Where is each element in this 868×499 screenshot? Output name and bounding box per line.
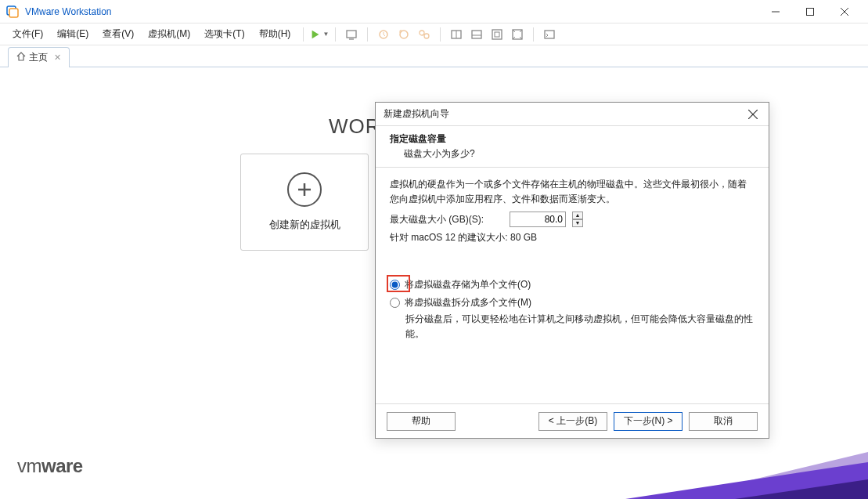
disk-size-input[interactable] (510, 212, 566, 227)
create-vm-tile[interactable]: 创建新的虚拟机 (240, 154, 369, 251)
menubar: 文件(F) 编辑(E) 查看(V) 虚拟机(M) 选项卡(T) 帮助(H) ▼ (0, 24, 868, 45)
menu-file[interactable]: 文件(F) (6, 25, 49, 43)
view-thumb-icon[interactable] (467, 25, 486, 44)
intro-text: 虚拟机的硬盘作为一个或多个文件存储在主机的物理磁盘中。这些文件最初很小，随着您向… (390, 177, 755, 207)
new-vm-wizard-dialog: 新建虚拟机向导 指定磁盘容量 磁盘大小为多少? 虚拟机的硬盘作为一个或多个文件存… (375, 102, 769, 439)
tab-label: 主页 (29, 51, 48, 64)
tile-label: 创建新的虚拟机 (269, 218, 340, 232)
size-label: 最大磁盘大小 (GB)(S): (390, 212, 503, 227)
dialog-title: 新建虚拟机向导 (384, 107, 449, 121)
close-button[interactable] (827, 1, 862, 23)
fullscreen-icon[interactable] (488, 25, 506, 44)
separator (440, 27, 441, 42)
dialog-close-button[interactable] (745, 107, 761, 122)
vmware-logo: vmware (17, 455, 83, 477)
radio-split-label: 将虚拟磁盘拆分成多个文件(M) (405, 295, 531, 310)
cancel-button[interactable]: 取消 (689, 412, 758, 431)
next-button[interactable]: 下一步(N) > (614, 412, 683, 431)
window-title: VMware Workstation (25, 6, 758, 17)
svg-point-14 (424, 34, 429, 38)
minimize-button[interactable] (758, 1, 793, 23)
plus-icon (287, 172, 322, 207)
menu-vm[interactable]: 虚拟机(M) (142, 25, 196, 43)
snapshot-manage-icon[interactable] (415, 25, 434, 44)
power-on-dropdown[interactable]: ▼ (310, 25, 329, 44)
size-spinner[interactable]: ▲▼ (572, 212, 583, 227)
titlebar: VMware Workstation (0, 0, 868, 24)
back-button[interactable]: < 上一步(B) (538, 412, 607, 431)
snapshot-revert-icon[interactable] (394, 25, 413, 44)
tab-close-icon[interactable]: ✕ (54, 52, 61, 63)
svg-rect-1 (9, 9, 18, 17)
tabbar: 主页 ✕ (0, 45, 868, 67)
dialog-titlebar: 新建虚拟机向导 (376, 103, 769, 126)
menu-view[interactable]: 查看(V) (96, 25, 140, 43)
svg-rect-20 (495, 32, 499, 37)
menu-edit[interactable]: 编辑(E) (51, 25, 95, 43)
menu-help[interactable]: 帮助(H) (253, 25, 297, 43)
svg-rect-17 (472, 31, 481, 38)
help-button[interactable]: 帮助 (387, 412, 456, 431)
decorative-corner (625, 448, 868, 499)
dialog-header-title: 指定磁盘容量 (390, 132, 755, 146)
svg-rect-7 (347, 31, 356, 38)
dialog-body: 虚拟机的硬盘作为一个或多个文件存储在主机的物理磁盘中。这些文件最初很小，随着您向… (376, 168, 769, 403)
snapshot-take-icon[interactable] (374, 25, 393, 44)
dialog-header-sub: 磁盘大小为多少? (390, 146, 755, 161)
separator (335, 27, 336, 42)
svg-rect-22 (545, 31, 554, 38)
svg-marker-6 (312, 30, 319, 38)
separator (533, 27, 534, 42)
devices-icon[interactable] (342, 25, 361, 44)
svg-line-11 (384, 34, 385, 36)
home-icon (16, 52, 26, 63)
radio-single-file[interactable] (390, 280, 400, 290)
view-single-icon[interactable] (447, 25, 466, 44)
console-icon[interactable] (540, 25, 559, 44)
tab-home[interactable]: 主页 ✕ (8, 47, 70, 67)
recommend-text: 针对 macOS 12 的建议大小: 80 GB (390, 230, 755, 245)
unity-icon[interactable] (508, 25, 527, 44)
radio-split-file[interactable] (390, 298, 400, 308)
maximize-button[interactable] (793, 1, 827, 23)
menu-tabs[interactable]: 选项卡(T) (198, 25, 250, 43)
svg-rect-3 (807, 8, 814, 15)
radio-single-label: 将虚拟磁盘存储为单个文件(O) (405, 277, 531, 292)
separator (303, 27, 304, 42)
dialog-footer: 帮助 < 上一步(B) 下一步(N) > 取消 (376, 403, 769, 438)
dialog-header: 指定磁盘容量 磁盘大小为多少? (376, 126, 769, 168)
separator (367, 27, 368, 42)
svg-rect-19 (492, 30, 502, 39)
svg-point-13 (420, 31, 424, 35)
app-icon (6, 5, 19, 18)
split-help-text: 拆分磁盘后，可以更轻松地在计算机之间移动虚拟机，但可能会降低大容量磁盘的性能。 (390, 312, 755, 342)
